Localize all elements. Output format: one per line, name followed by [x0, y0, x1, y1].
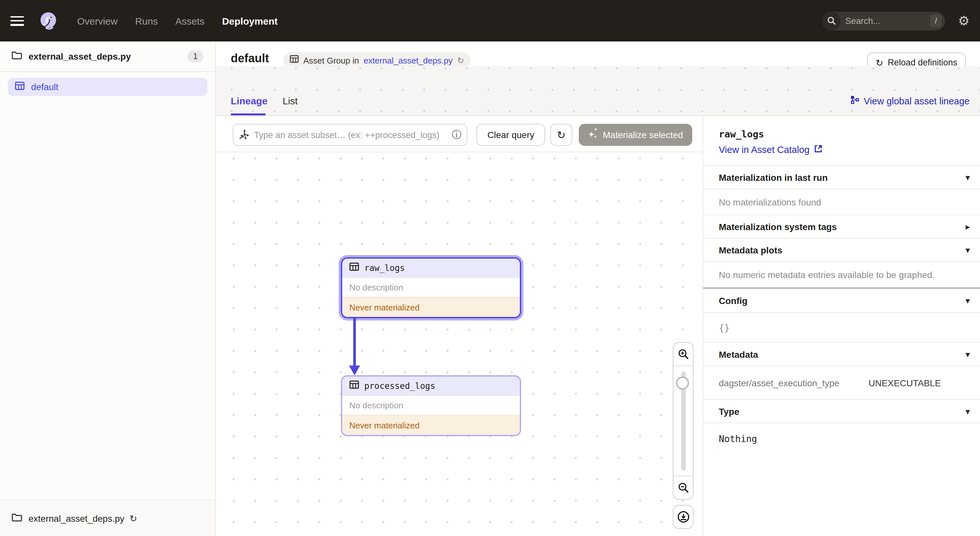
tab-list[interactable]: List [283, 95, 298, 106]
refresh-icon[interactable]: ↻ [130, 513, 137, 523]
chevron-down-icon: ▾ [966, 173, 970, 182]
nav-link-overview[interactable]: Overview [77, 15, 118, 26]
materialize-label: Materialize selected [603, 130, 683, 140]
chevron-down-icon: ▾ [966, 407, 970, 416]
info-icon[interactable]: ⓘ [452, 129, 461, 141]
asset-node-status: Never materialized [342, 297, 520, 317]
asset-node-description: No description [342, 277, 520, 297]
asset-node-name: raw_logs [364, 263, 405, 273]
table-icon [349, 380, 359, 392]
asset-group-icon [290, 54, 299, 66]
dagster-logo-icon[interactable] [38, 11, 58, 30]
refresh-graph-button[interactable]: ↻ [550, 124, 572, 146]
lineage-canvas[interactable] [216, 152, 703, 536]
section-materialization-last-run[interactable]: Materialization in last run ▾ [703, 165, 980, 189]
download-icon [677, 511, 689, 523]
zoom-out-button[interactable] [673, 476, 693, 499]
view-in-asset-catalog-link[interactable]: View in Asset Catalog [719, 145, 980, 155]
sidebar-item-code-location[interactable]: external_asset_deps.py 1 [0, 41, 215, 72]
asset-node-header: processed_logs [342, 377, 520, 395]
asset-selection-icon [239, 130, 249, 142]
search-placeholder: Search... [845, 16, 930, 25]
section-type[interactable]: Type ▾ [703, 399, 980, 423]
section-body-config-value: {} [703, 312, 980, 342]
search-shortcut-badge: / [930, 14, 942, 27]
clear-query-button[interactable]: Clear query [476, 124, 546, 146]
view-global-asset-lineage-link[interactable]: View global asset lineage [850, 95, 970, 106]
zoom-in-button[interactable] [673, 343, 693, 366]
asset-detail-panel: raw_logs View in Asset Catalog Materiali… [703, 116, 980, 536]
page-title: default [231, 52, 269, 65]
sidebar-group-label: default [31, 82, 58, 92]
metadata-value: UNEXECUTABLE [869, 377, 941, 388]
asset-group-tag-link[interactable]: external_asset_deps.py [364, 56, 453, 65]
panel-asset-name: raw_logs [719, 129, 980, 139]
chevron-right-icon: ▸ [966, 222, 970, 231]
global-search-input[interactable]: Search... / [822, 11, 945, 30]
lineage-graph-icon [850, 95, 859, 106]
section-materialization-system-tags[interactable]: Materialization system tags ▸ [703, 215, 980, 238]
zoom-slider-handle[interactable] [676, 377, 689, 390]
download-graph-button[interactable] [673, 505, 694, 529]
section-config[interactable]: Config ▾ [703, 289, 980, 312]
footer-code-location-label: external_asset_deps.py [29, 513, 124, 523]
chevron-down-icon: ▾ [966, 296, 970, 305]
materialize-selected-button[interactable]: ✦ ✦ ✦ Materialize selected [579, 124, 692, 146]
tab-lineage[interactable]: Lineage [231, 95, 267, 106]
sidebar: external_asset_deps.py 1 default externa… [0, 41, 216, 536]
code-location-label: external_asset_deps.py [29, 51, 131, 62]
search-icon [822, 11, 841, 30]
folder-icon [12, 512, 22, 524]
zoom-control [673, 342, 694, 500]
sparkle-icon: ✦ ✦ ✦ [588, 130, 598, 140]
section-body-type-value: Nothing [703, 423, 980, 454]
lineage-edge-arrow [344, 317, 369, 377]
section-body-no-numeric-metadata: No numeric metadata entries available to… [703, 261, 980, 287]
asset-node-raw-logs[interactable]: raw_logs No description Never materializ… [341, 257, 521, 318]
chevron-down-icon: ▾ [966, 350, 970, 359]
top-nav: Overview Runs Assets Deployment Search..… [0, 0, 980, 41]
asset-node-name: processed_logs [364, 381, 435, 391]
asset-group-tag-text: Asset Group in [303, 56, 359, 65]
nav-link-runs[interactable]: Runs [135, 15, 158, 26]
section-metadata-plots[interactable]: Metadata plots ▾ [703, 238, 980, 261]
hamburger-menu-icon[interactable] [10, 16, 24, 25]
asset-node-header: raw_logs [342, 259, 520, 277]
nav-link-assets[interactable]: Assets [175, 15, 205, 26]
tab-band [216, 66, 980, 115]
asset-node-processed-logs[interactable]: processed_logs No description Never mate… [341, 375, 521, 436]
asset-subset-query: ⓘ [233, 124, 467, 146]
asset-count-badge: 1 [187, 51, 204, 62]
asset-node-description: No description [342, 395, 520, 415]
asset-group-icon [15, 81, 25, 93]
dagster-app: Overview Runs Assets Deployment Search..… [0, 0, 980, 536]
sidebar-item-default-group[interactable]: default [8, 78, 207, 96]
chevron-down-icon: ▾ [966, 245, 970, 254]
asset-subset-input[interactable] [233, 124, 467, 146]
external-link-icon [814, 145, 822, 155]
section-body-no-materializations: No materializations found [703, 189, 980, 215]
sidebar-footer-code-location[interactable]: external_asset_deps.py ↻ [0, 500, 215, 536]
catalog-link-label: View in Asset Catalog [719, 145, 810, 155]
section-metadata[interactable]: Metadata ▾ [703, 342, 980, 366]
folder-icon [12, 51, 22, 62]
metadata-key: dagster/asset_execution_type [719, 377, 839, 388]
zoom-in-icon [678, 349, 689, 360]
global-lineage-label: View global asset lineage [864, 95, 970, 106]
asset-node-status: Never materialized [342, 415, 520, 435]
nav-link-deployment[interactable]: Deployment [222, 15, 278, 26]
refresh-icon[interactable]: ↻ [457, 56, 465, 65]
zoom-out-icon [678, 482, 689, 493]
gear-icon[interactable]: ⚙ [958, 14, 970, 27]
metadata-row: dagster/asset_execution_type UNEXECUTABL… [703, 366, 980, 399]
table-icon [349, 262, 359, 274]
